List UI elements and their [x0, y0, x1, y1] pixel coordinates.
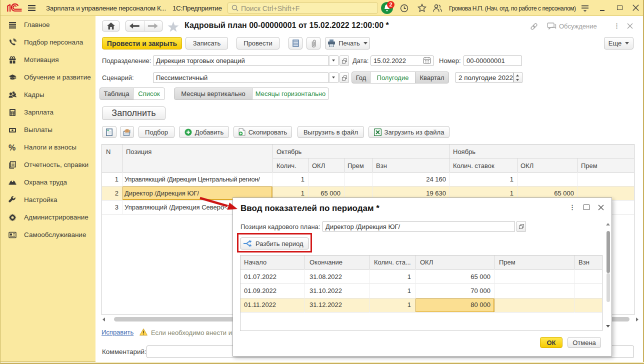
- svg-text:%: %: [8, 144, 16, 152]
